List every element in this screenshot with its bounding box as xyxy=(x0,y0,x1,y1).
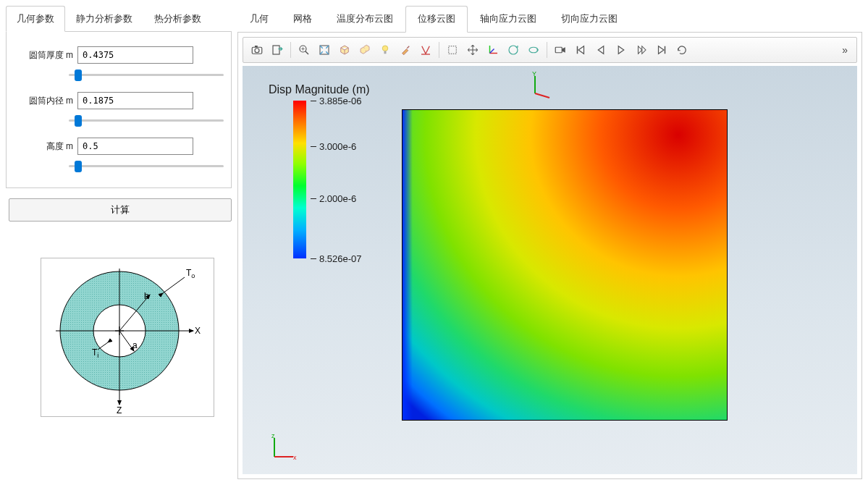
svg-point-13 xyxy=(255,48,259,53)
label-inner-radius: 圆筒内径 m xyxy=(18,95,77,107)
label-height: 高度 m xyxy=(18,140,77,153)
svg-text:z: z xyxy=(271,432,275,439)
colorbar-tick xyxy=(311,258,316,259)
geometry-diagram: X Z To Ti b a xyxy=(41,258,214,417)
play-icon[interactable] xyxy=(612,41,631,59)
input-inner-radius[interactable] xyxy=(77,92,193,109)
prev-frame-icon[interactable] xyxy=(591,41,610,59)
diagram-a-label: a xyxy=(132,340,138,350)
svg-line-17 xyxy=(306,51,309,55)
toolbar-expand-icon[interactable]: » xyxy=(838,44,852,56)
tab-thermal-params[interactable]: 热分析参数 xyxy=(143,6,212,31)
view-tab-axial-stress[interactable]: 轴向应力云图 xyxy=(468,6,549,32)
svg-text:Y: Y xyxy=(532,72,536,77)
lightbulb-icon[interactable] xyxy=(376,41,395,59)
param-container: 圆筒厚度 m 圆筒内径 m 高度 m xyxy=(6,32,232,188)
svg-rect-14 xyxy=(255,46,258,47)
diagram-to-label: To xyxy=(186,268,195,279)
move-icon[interactable] xyxy=(463,41,482,59)
calculate-button[interactable]: 计算 xyxy=(9,198,232,222)
diagram-x-label: X xyxy=(195,326,201,336)
svg-rect-22 xyxy=(384,51,387,54)
left-tab-strip: 几何参数 静力分析参数 热分析参数 xyxy=(6,6,232,32)
colorbar-tick xyxy=(311,198,316,199)
input-height[interactable] xyxy=(77,138,193,155)
colorbar xyxy=(293,101,306,258)
diagram-b-label: b xyxy=(144,291,149,301)
camera-icon[interactable] xyxy=(248,41,266,59)
tab-static-params[interactable]: 静力分析参数 xyxy=(65,6,143,31)
viewer-toolbar: » xyxy=(243,37,857,63)
cubes-icon[interactable] xyxy=(355,41,374,59)
rotate-y-icon[interactable] xyxy=(524,41,543,59)
view-tab-mesh[interactable]: 网格 xyxy=(281,6,324,32)
svg-text:x: x xyxy=(293,454,297,461)
zoom-icon[interactable] xyxy=(295,41,313,59)
svg-line-27 xyxy=(490,49,494,54)
svg-point-21 xyxy=(382,46,388,51)
left-panel: 几何参数 静力分析参数 热分析参数 圆筒厚度 m 圆筒内径 m 高度 m 计算 xyxy=(0,0,237,485)
loop-icon[interactable] xyxy=(673,41,691,59)
fit-icon[interactable] xyxy=(315,41,334,59)
ruler-icon[interactable] xyxy=(416,41,435,59)
view-tab-displacement[interactable]: 位移云图 xyxy=(405,6,468,33)
legend-title: Disp Magnitude (m) xyxy=(269,83,370,96)
last-frame-icon[interactable] xyxy=(652,41,671,59)
svg-point-29 xyxy=(529,47,538,53)
select-rect-icon[interactable] xyxy=(443,41,462,59)
video-icon[interactable] xyxy=(551,41,570,59)
input-thickness[interactable] xyxy=(77,46,193,64)
svg-rect-24 xyxy=(449,46,457,54)
rotate-x-icon[interactable] xyxy=(504,41,523,59)
axes-icon[interactable] xyxy=(484,41,502,59)
view-tab-temperature[interactable]: 温度分布云图 xyxy=(324,6,405,32)
right-panel: 几何 网格 温度分布云图 位移云图 轴向应力云图 切向应力云图 xyxy=(237,0,868,485)
axis-triad-y: Y xyxy=(526,72,555,101)
view-tab-strip: 几何 网格 温度分布云图 位移云图 轴向应力云图 切向应力云图 xyxy=(237,6,862,33)
svg-line-10 xyxy=(163,277,185,293)
colorbar-tick xyxy=(311,101,316,101)
colorbar-tick-label-2: 2.000e-6 xyxy=(319,193,356,204)
axis-triad: z x xyxy=(269,432,299,463)
svg-rect-30 xyxy=(555,47,562,53)
view-tab-geometry[interactable]: 几何 xyxy=(237,6,281,32)
colorbar-tick-label-3: 8.526e-07 xyxy=(319,253,362,264)
viewer-area: » Disp Magnitude (m) 3.885e-06 3.000e-6 … xyxy=(237,33,862,479)
label-thickness: 圆筒厚度 m xyxy=(18,49,77,62)
svg-line-40 xyxy=(535,93,549,98)
svg-rect-15 xyxy=(273,46,279,54)
first-frame-icon[interactable] xyxy=(571,41,590,59)
contour-plot xyxy=(402,109,728,421)
slider-inner-radius[interactable] xyxy=(69,119,224,122)
slider-thickness[interactable] xyxy=(69,74,224,76)
colorbar-tick-label-1: 3.000e-6 xyxy=(319,141,356,152)
svg-rect-34 xyxy=(403,110,413,420)
tab-geom-params[interactable]: 几何参数 xyxy=(6,6,65,32)
next-frame-icon[interactable] xyxy=(632,41,651,59)
colorbar-tick xyxy=(311,146,316,147)
3d-viewport[interactable]: Disp Magnitude (m) 3.885e-06 3.000e-6 2.… xyxy=(243,66,857,474)
colorbar-tick-label-0: 3.885e-06 xyxy=(319,96,362,106)
slider-height[interactable] xyxy=(69,165,224,167)
brush-icon[interactable] xyxy=(396,41,415,59)
view-tab-tangential-stress[interactable]: 切向应力云图 xyxy=(549,6,630,32)
export-icon[interactable] xyxy=(268,41,287,59)
svg-rect-33 xyxy=(403,110,727,420)
cube-icon[interactable] xyxy=(335,41,354,59)
diagram-z-label: Z xyxy=(117,405,122,416)
